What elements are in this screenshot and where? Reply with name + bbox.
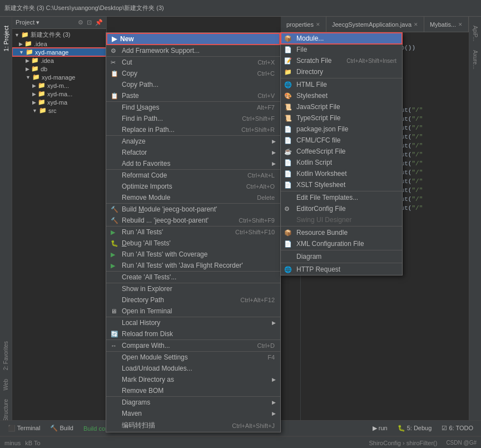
context-item-framework[interactable]: ⚙ Add Framework Support... — [106, 45, 280, 56]
context-item-create-tests[interactable]: Create 'All Tests'... — [106, 271, 280, 283]
context-item-paste[interactable]: 📋 Paste Ctrl+V — [106, 90, 280, 101]
tab-mybatis-close[interactable]: ✕ — [458, 22, 463, 27]
submenu-item-resource-bundle[interactable]: 📦 Resource Bundle — [281, 227, 402, 238]
tree-item-xyd-manage[interactable]: ▼ 📁 xyd-manage — [12, 48, 106, 56]
context-item-copy[interactable]: 📋 Copy Ctrl+C — [106, 68, 280, 79]
submenu-item-js[interactable]: 📜 JavaScript File — [281, 101, 402, 112]
context-item-replace-path[interactable]: Replace in Path... Ctrl+Shift+R — [106, 124, 280, 135]
run-jfr-label: Run 'All Tests' with 'Java Flight Record… — [122, 262, 243, 269]
right-tab-apip[interactable]: ApiP... — [471, 21, 479, 46]
context-item-refactor[interactable]: Refactor — [106, 147, 280, 158]
settings-icon[interactable]: ⚙ — [78, 19, 83, 26]
sidebar-item-favorites[interactable]: 2: Favorites — [2, 337, 10, 375]
tree-item-root[interactable]: ▼ 📁 新建文件夹 (3) — [12, 30, 106, 40]
context-item-cut[interactable]: ✂ Cut Ctrl+X — [106, 56, 280, 68]
submenu-item-directory[interactable]: 📁 Directory — [281, 66, 402, 77]
submenu-item-packagejson[interactable]: 📄 package.json File — [281, 124, 402, 135]
pin-icon[interactable]: 📌 — [95, 19, 103, 26]
packagejson-label: package.json File — [296, 125, 348, 133]
bottom-tab-todo[interactable]: ☑ 6: TODO — [437, 424, 478, 433]
compare-icon: ↔ — [111, 342, 117, 349]
submenu-item-diagram[interactable]: Diagram — [281, 251, 402, 262]
context-item-copy-path[interactable]: Copy Path... — [106, 79, 280, 90]
expand-icon[interactable]: ⊡ — [87, 19, 92, 26]
context-item-reformat[interactable]: Reformat Code Ctrl+Alt+L — [106, 169, 280, 181]
submenu-item-http-request[interactable]: 🌐 HTTP Request — [281, 264, 402, 275]
context-item-find-usages[interactable]: Find Usages Alt+F7 — [106, 101, 280, 113]
right-tab-axure[interactable]: Axure... — [471, 46, 479, 73]
submenu-item-xslt[interactable]: 📄 XSLT Stylesheet — [281, 179, 402, 190]
submenu-item-kotlin-worksheet[interactable]: 📄 Kotlin Worksheet — [281, 168, 402, 179]
context-item-compare[interactable]: ↔ Compare With... Ctrl+D — [106, 339, 280, 351]
tab-properties[interactable]: properties ✕ — [281, 17, 326, 32]
bottom-tab-build[interactable]: 🔨 Build — [46, 424, 78, 433]
context-menu-new[interactable]: ▶ New — [106, 33, 280, 45]
resource-bundle-label: Resource Bundle — [296, 229, 348, 237]
context-item-open-terminal[interactable]: 🖥 Open in Terminal — [106, 306, 280, 317]
context-item-show-explorer[interactable]: Show in Explorer — [106, 283, 280, 294]
http-request-icon: 🌐 — [284, 266, 292, 273]
context-item-build[interactable]: 🔨 Build Module 'jeecg-boot-parent' — [106, 203, 280, 215]
tab-properties-close[interactable]: ✕ — [316, 22, 320, 27]
context-item-find-path[interactable]: Find in Path... Ctrl+Shift+F — [106, 113, 280, 124]
submenu-item-scratch[interactable]: 📝 Scratch File Ctrl+Alt+Shift+Insert — [281, 55, 402, 66]
bottom-tab-run[interactable]: ▶ run — [368, 424, 392, 433]
submenu-item-file[interactable]: 📄 File — [281, 44, 402, 55]
project-panel-header[interactable]: Project ▾ ⚙ ⊡ 📌 — [12, 17, 106, 29]
context-item-module-settings[interactable]: Open Module Settings F4 — [106, 351, 280, 363]
context-item-maven[interactable]: Maven — [106, 408, 280, 419]
submenu-item-edit-templates[interactable]: Edit File Templates... — [281, 192, 402, 203]
rebuild-icon: 🔨 — [111, 217, 118, 224]
tree-item-idea2[interactable]: ▶ 📁 .idea — [12, 56, 106, 65]
directory-label: Directory — [296, 68, 323, 76]
tree-item-db[interactable]: ▶ 📁 db — [12, 65, 106, 73]
context-item-remove-module[interactable]: Remove Module Delete — [106, 192, 280, 203]
context-item-mark-directory[interactable]: Mark Directory as — [106, 374, 280, 385]
sidebar-item-project[interactable]: 1: Project — [2, 21, 11, 56]
sidebar-item-web[interactable]: Web — [2, 375, 10, 395]
tree-item-xyd-ma[interactable]: ▶ 📁 xyd-ma... — [12, 90, 106, 98]
submenu-item-module[interactable]: 📦 Module... — [281, 33, 402, 44]
submenu-item-stylesheet[interactable]: 🎨 Stylesheet — [281, 90, 402, 101]
tree-item-xyd-ma2[interactable]: ▶ 📁 xyd-ma — [12, 98, 106, 106]
context-item-optimize[interactable]: Optimize Imports Ctrl+Alt+O — [106, 181, 280, 192]
context-item-local-history[interactable]: Local History — [106, 317, 280, 328]
context-item-remove-bom[interactable]: Remove BOM — [106, 385, 280, 396]
context-item-reload[interactable]: 🔄 Reload from Disk — [106, 328, 280, 339]
context-item-directory-path[interactable]: Directory Path Ctrl+Alt+F12 — [106, 294, 280, 306]
submenu-item-cfml[interactable]: 📄 CFML/CFC file — [281, 135, 402, 146]
context-item-favorites[interactable]: Add to Favorites — [106, 158, 280, 169]
context-item-run-coverage[interactable]: ▶ Run 'All Tests' with Coverage — [106, 249, 280, 260]
tree-item-src[interactable]: ▼ 📁 src — [12, 106, 106, 115]
bottom-tab-terminal[interactable]: ⬛ Terminal — [3, 424, 44, 433]
submenu-item-ts[interactable]: 📜 TypeScript File — [281, 112, 402, 124]
tree-item-xyd-manage2[interactable]: ▼ 📁 xyd-manage — [12, 73, 106, 81]
context-item-rebuild[interactable]: 🔨 Rebuild ... 'jeecg-boot-parent' Ctrl+S… — [106, 215, 280, 226]
context-item-diagrams[interactable]: Diagrams — [106, 396, 280, 408]
build-tab-label: 🔨 Build — [50, 425, 73, 432]
submenu-separator-5 — [281, 263, 402, 263]
submenu-item-editorconfig[interactable]: ⚙ EditorConfig File — [281, 203, 402, 214]
submenu-item-xml-config[interactable]: 📄 XML Configuration File — [281, 238, 402, 249]
bottom-tab-debug[interactable]: 🐛 5: Debug — [393, 424, 437, 433]
context-item-debug[interactable]: 🐛 Debug 'All Tests' — [106, 238, 280, 249]
cfml-label: CFML/CFC file — [296, 136, 340, 144]
submenu-item-coffeescript[interactable]: ☕ CoffeeScript File — [281, 146, 402, 157]
tree-item-idea[interactable]: ▶ 📁 .idea — [12, 40, 106, 48]
framework-icon: ⚙ — [111, 47, 116, 55]
submenu-item-kotlin-script[interactable]: 📄 Kotlin Script — [281, 157, 402, 168]
tab-mybatis[interactable]: Mybatis... ✕ — [424, 17, 469, 32]
context-item-load-unload[interactable]: Load/Unload Modules... — [106, 363, 280, 374]
context-item-run-jfr[interactable]: ▶ Run 'All Tests' with 'Java Flight Reco… — [106, 260, 280, 271]
optimize-label: Optimize Imports — [122, 183, 172, 190]
cut-icon: ✂ — [111, 59, 116, 66]
tab-jeecg-close[interactable]: ✕ — [414, 22, 418, 27]
context-item-encoding[interactable]: 编码转扫描 Ctrl+Alt+Shift+J — [106, 419, 280, 432]
js-icon: 📜 — [284, 104, 292, 111]
context-item-analyze[interactable]: Analyze — [106, 135, 280, 147]
tree-item-xyd-m1[interactable]: ▶ 📁 xyd-m... — [12, 81, 106, 90]
tab-jeecg[interactable]: JeecgSystemApplication.java ✕ — [326, 17, 424, 32]
copy-shortcut: Ctrl+C — [257, 70, 275, 77]
context-item-run[interactable]: ▶ Run 'All Tests' Ctrl+Shift+F10 — [106, 226, 280, 238]
submenu-item-html[interactable]: 🌐 HTML File — [281, 79, 402, 90]
